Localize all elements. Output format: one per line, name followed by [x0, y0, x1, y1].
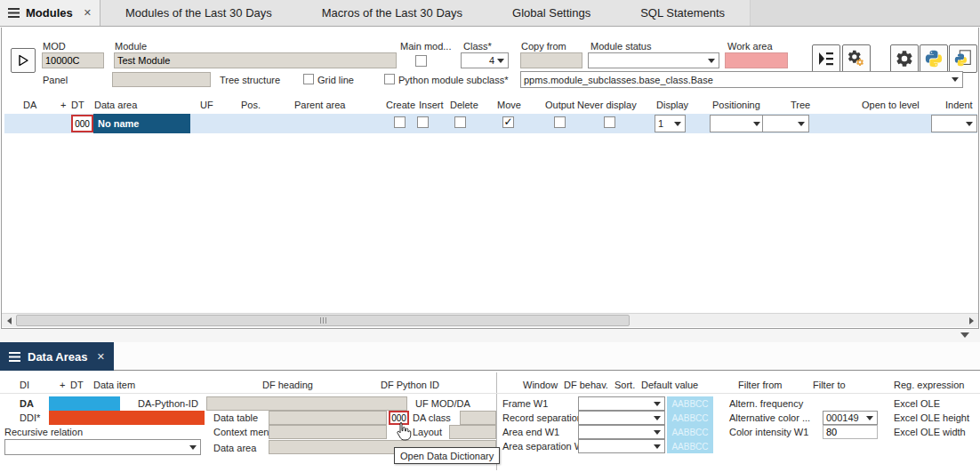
area-dt-field[interactable]: 000 [71, 115, 93, 132]
settings-gear-icon [895, 49, 914, 68]
col-never-display: Never display [577, 100, 637, 110]
tab-macros-last-30-days[interactable]: Macros of the Last 30 Days [297, 0, 487, 26]
arrow-left-icon [7, 317, 12, 324]
grid-line-label: Grid line [317, 75, 354, 85]
area-name-cell[interactable]: No name [93, 114, 190, 133]
class-select[interactable]: 4 [461, 52, 509, 68]
layout-field[interactable] [449, 425, 496, 439]
mod-label: MOD [43, 41, 66, 52]
col-output: Output [545, 100, 574, 110]
tab-modules[interactable]: Modules ✕ [0, 0, 100, 26]
module-tools-icon [847, 49, 866, 68]
context-menu-field[interactable] [269, 425, 387, 439]
tab-close-icon[interactable]: ✕ [97, 351, 105, 363]
module-status-label: Module status [590, 41, 651, 52]
col-pos: Pos. [241, 100, 261, 110]
module-name-field[interactable]: Test Module [114, 52, 397, 68]
recursive-relation-label: Recursive relation [4, 427, 83, 437]
panel-label: Panel [43, 75, 68, 85]
area-separation-w1-color-swatch[interactable]: AABBCC [667, 439, 713, 453]
col-df-python-id: DF Python ID [381, 380, 439, 390]
positioning-select[interactable] [710, 115, 765, 132]
col-filter-from: Filter from [738, 380, 783, 390]
tree-select[interactable] [762, 115, 809, 132]
recursive-relation-select[interactable] [4, 439, 201, 455]
panel-field[interactable] [112, 72, 211, 87]
module-tools-button[interactable] [842, 44, 871, 73]
main-module-label: Main mod... [400, 41, 451, 52]
chevron-down-icon [753, 122, 760, 126]
scrollbar-thumb[interactable] [16, 315, 630, 326]
grid-line-checkbox[interactable] [303, 74, 314, 84]
output-checkbox[interactable] [554, 116, 566, 128]
hamburger-menu-icon[interactable] [9, 352, 20, 362]
frame-w1-label: Frame W1 [502, 398, 548, 409]
work-area-field[interactable] [725, 52, 788, 68]
tab-sql-statements[interactable]: SQL Statements [615, 0, 750, 26]
alternative-color-select[interactable]: 000149 [823, 411, 878, 425]
class-value: 4 [464, 55, 494, 66]
python-subclass-value: ppms.module_subclasses.base_class.Base [524, 75, 949, 85]
record-separation-w1-select[interactable] [578, 411, 665, 425]
insert-checkbox[interactable] [417, 116, 429, 128]
col-sort: Sort. [615, 380, 635, 390]
area-separation-w1-select[interactable] [578, 439, 665, 453]
python-subclass-select[interactable]: ppms.module_subclasses.base_class.Base [520, 71, 963, 88]
tab-global-settings[interactable]: Global Settings [487, 0, 615, 26]
color-intensity-w1-field[interactable]: 80 [823, 425, 878, 439]
execute-module-button[interactable] [11, 48, 36, 73]
move-checkbox[interactable] [502, 116, 514, 128]
run-list-icon [817, 50, 835, 68]
col-data-item: Data item [93, 380, 135, 390]
create-checkbox[interactable] [394, 116, 406, 128]
module-status-select[interactable] [588, 52, 719, 68]
da-class-field[interactable] [460, 411, 496, 425]
frame-w1-color-swatch[interactable]: AABBCC [667, 396, 713, 411]
copy-from-field[interactable] [520, 52, 582, 68]
record-separation-w1-color-swatch[interactable]: AABBCC [667, 411, 713, 425]
col-insert: Insert [419, 100, 444, 110]
da-python-id-field[interactable] [206, 396, 407, 411]
scroll-left-button[interactable] [2, 314, 16, 327]
run-list-button[interactable] [812, 44, 840, 73]
arrow-right-icon [969, 317, 974, 324]
col-open-to-level: Open to level [862, 100, 920, 110]
work-area-label: Work area [727, 41, 773, 52]
tooltip-open-data-dictionary: Open Data Dictionary [394, 447, 500, 464]
settings-button[interactable] [890, 44, 919, 73]
never-display-checkbox[interactable] [604, 116, 615, 128]
add-row-button[interactable]: + [60, 100, 66, 110]
horizontal-scrollbar[interactable] [2, 313, 978, 327]
add-item-button[interactable]: + [60, 380, 65, 390]
data-areas-panel: DI + DT Data item DF heading DF Python I… [0, 371, 980, 472]
panel-splitter[interactable] [0, 329, 980, 342]
tab-close-icon[interactable]: ✕ [84, 7, 92, 19]
area-separation-w1-label: Area separation W1 [502, 441, 589, 452]
col-da: DA [23, 100, 36, 110]
python-subclass-checkbox[interactable] [384, 74, 395, 84]
ddi-item-field[interactable] [49, 411, 205, 425]
mod-field[interactable]: 10000C [42, 52, 104, 68]
col-df-behav: DF behav. [564, 380, 608, 390]
collapse-panel-icon[interactable] [960, 332, 969, 338]
main-module-checkbox[interactable] [415, 55, 427, 67]
hamburger-menu-icon[interactable] [8, 8, 20, 18]
scroll-right-button[interactable] [964, 314, 978, 327]
frame-w1-select[interactable] [578, 396, 665, 411]
tab-data-areas[interactable]: Data Areas ✕ [0, 342, 114, 371]
excel-ole-height-label: Excel OLE height [894, 412, 969, 423]
area-end-w1-select[interactable] [578, 425, 665, 439]
data-table-field[interactable] [269, 411, 387, 425]
indent-select[interactable] [931, 115, 977, 132]
module-label: Module [115, 41, 147, 52]
delete-checkbox[interactable] [454, 116, 466, 128]
tab-modules-last-30-days[interactable]: Modules of the Last 30 Days [100, 0, 297, 26]
python-button[interactable] [920, 44, 948, 73]
da-item-field[interactable] [49, 396, 120, 411]
display-select[interactable]: 1 [655, 115, 686, 132]
uf-mod-da-label: UF MOD/DA [415, 398, 470, 409]
area-end-w1-color-swatch[interactable]: AABBCC [667, 425, 713, 439]
col-data-area: Data area [94, 100, 137, 110]
excel-ole-width-label: Excel OLE width [894, 427, 966, 437]
python-script-button[interactable] [949, 44, 977, 73]
